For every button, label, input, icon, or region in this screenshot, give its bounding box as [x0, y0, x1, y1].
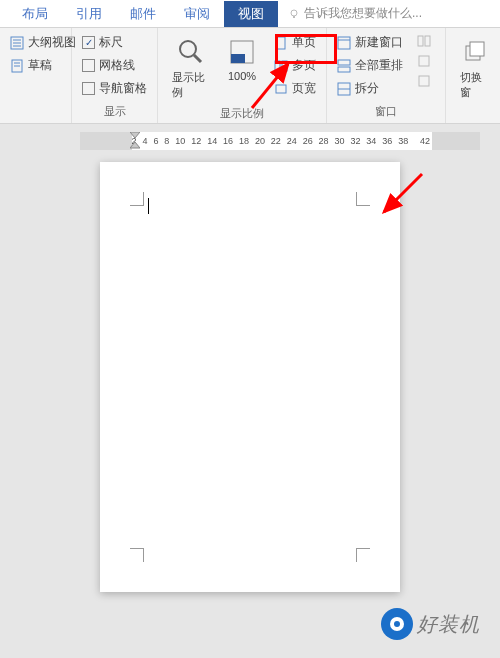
lightbulb-icon: [288, 8, 300, 20]
horizontal-ruler[interactable]: 8642246810121416182022242628303234363842…: [80, 132, 480, 150]
one-page-button[interactable]: 单页: [270, 32, 320, 53]
arrange-all-button[interactable]: 全部重排: [333, 55, 407, 76]
tab-view[interactable]: 视图: [224, 1, 278, 27]
ruler-tick: 18: [239, 136, 249, 146]
document-page[interactable]: [100, 162, 400, 592]
magnifier-icon: [175, 36, 207, 68]
switch-windows-button[interactable]: 切换窗: [452, 32, 500, 104]
window-group-label: 窗口: [333, 102, 439, 121]
sync-scroll-button[interactable]: [413, 52, 439, 70]
sync-scroll-icon: [417, 54, 431, 68]
tell-me-label: 告诉我您想要做什么...: [304, 5, 422, 22]
outline-icon: [10, 36, 24, 50]
side-by-side-icon: [417, 34, 431, 48]
ruler-tick: 24: [287, 136, 297, 146]
document-area: [0, 162, 500, 592]
ruler-label: 标尺: [99, 34, 123, 51]
split-label: 拆分: [355, 80, 379, 97]
svg-rect-20: [338, 67, 350, 72]
svg-line-10: [194, 55, 201, 62]
margin-corner-tl: [130, 192, 144, 206]
svg-line-29: [252, 64, 288, 108]
tab-mailings[interactable]: 邮件: [116, 1, 170, 27]
svg-point-9: [180, 41, 196, 57]
gridlines-checkbox[interactable]: 网格线: [78, 55, 151, 76]
tab-review[interactable]: 审阅: [170, 1, 224, 27]
navpane-checkbox[interactable]: 导航窗格: [78, 78, 151, 99]
ruler-tick: 28: [319, 136, 329, 146]
reset-position-icon: [417, 74, 431, 88]
switch-windows-label: 切换窗: [460, 70, 492, 100]
margin-corner-br: [356, 548, 370, 562]
group-switch: 切换窗: [446, 28, 500, 123]
svg-rect-1: [293, 16, 295, 18]
text-cursor: [148, 198, 149, 214]
side-by-side-button[interactable]: [413, 32, 439, 50]
arrow-annotation-2: [378, 168, 430, 220]
ruler-tick: 26: [303, 136, 313, 146]
arrange-all-icon: [337, 59, 351, 73]
ruler-tick: 20: [255, 136, 265, 146]
ruler-tick: 10: [175, 136, 185, 146]
checkbox-icon: [82, 59, 95, 72]
ribbon-tabs: 布局 引用 邮件 审阅 视图 告诉我您想要做什么...: [0, 0, 500, 28]
outline-view-label: 大纲视图: [28, 34, 76, 51]
zoom-button[interactable]: 显示比例: [164, 32, 218, 104]
svg-rect-26: [419, 76, 429, 86]
draft-view-label: 草稿: [28, 57, 52, 74]
ruler-tick: 32: [350, 136, 360, 146]
watermark-text: 好装机: [417, 611, 480, 638]
one-page-icon: [274, 36, 288, 50]
ruler-tick: 36: [382, 136, 392, 146]
arrange-all-label: 全部重排: [355, 57, 403, 74]
draft-view-button[interactable]: 草稿: [6, 55, 80, 76]
svg-marker-30: [130, 132, 140, 138]
tell-me-search[interactable]: 告诉我您想要做什么...: [278, 5, 422, 22]
gridlines-label: 网格线: [99, 57, 135, 74]
svg-marker-31: [130, 142, 140, 148]
checkbox-icon: [82, 82, 95, 95]
svg-rect-19: [338, 60, 350, 65]
group-show: ✓ 标尺 网格线 导航窗格 显示: [72, 28, 158, 123]
show-group-label: 显示: [78, 102, 151, 121]
new-window-icon: [337, 36, 351, 50]
ruler-tick: 14: [207, 136, 217, 146]
ruler-right-margin: [432, 132, 480, 150]
indent-marker-icon[interactable]: [130, 132, 140, 150]
ruler-checkbox[interactable]: ✓ 标尺: [78, 32, 151, 53]
new-window-label: 新建窗口: [355, 34, 403, 51]
ruler-tick: 6: [153, 136, 158, 146]
svg-line-32: [384, 174, 422, 212]
svg-rect-24: [425, 36, 430, 46]
ruler-marks: 8642246810121416182022242628303234363842…: [80, 136, 480, 146]
ruler-tick: 34: [366, 136, 376, 146]
draft-icon: [10, 59, 24, 73]
ruler-tick: 4: [143, 136, 148, 146]
svg-rect-23: [418, 36, 423, 46]
new-window-button[interactable]: 新建窗口: [333, 32, 407, 53]
one-page-label: 单页: [292, 34, 316, 51]
svg-rect-13: [277, 37, 285, 49]
ruler-tick: 16: [223, 136, 233, 146]
outline-view-button[interactable]: 大纲视图: [6, 32, 80, 53]
split-button[interactable]: 拆分: [333, 78, 407, 99]
group-window: 新建窗口 全部重排 拆分: [327, 28, 446, 123]
svg-rect-25: [419, 56, 429, 66]
svg-point-0: [291, 10, 297, 16]
navpane-label: 导航窗格: [99, 80, 147, 97]
margin-corner-tr: [356, 192, 370, 206]
svg-rect-12: [231, 54, 245, 63]
watermark: 好装机: [381, 608, 480, 640]
svg-rect-17: [338, 37, 350, 49]
arrow-annotation-1: [244, 56, 304, 116]
zoom-label: 显示比例: [172, 70, 210, 100]
margin-corner-bl: [130, 548, 144, 562]
reset-position-button[interactable]: [413, 72, 439, 90]
switch-windows-icon: [460, 36, 492, 68]
group-views: 大纲视图 草稿: [0, 28, 72, 123]
tab-references[interactable]: 引用: [62, 1, 116, 27]
ruler-tick: 42: [420, 136, 430, 146]
ruler-tick: 12: [191, 136, 201, 146]
watermark-logo-icon: [381, 608, 413, 640]
tab-layout[interactable]: 布局: [8, 1, 62, 27]
